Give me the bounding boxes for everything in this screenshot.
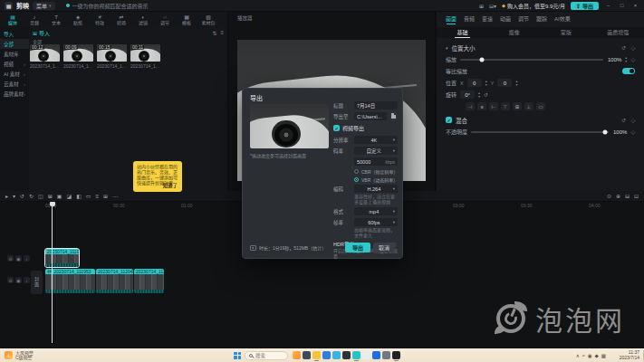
taskbar-app-icon[interactable] <box>312 349 322 361</box>
align-icon[interactable]: ⊞ <box>513 102 522 110</box>
mute-icon[interactable]: ♪ <box>24 255 30 262</box>
sidebar-item[interactable]: 云素材 › <box>0 79 29 89</box>
tray-icon[interactable]: ◆ <box>595 353 599 358</box>
rotate-input[interactable]: 0° <box>460 90 475 99</box>
tray-icon[interactable]: ∧ <box>576 353 580 358</box>
ribbon-tab[interactable]: ▤ 媒体 <box>2 14 24 25</box>
close-button[interactable]: × <box>631 3 639 8</box>
inspector-subtab[interactable]: 蒙版 <box>541 27 592 38</box>
inspector-subtab[interactable]: 画质增强 <box>592 27 644 38</box>
layout-icon[interactable]: ⊞ <box>479 3 484 9</box>
taskbar-app-icon[interactable] <box>332 349 341 361</box>
position-x-input[interactable]: 0 <box>467 79 482 87</box>
ribbon-tab[interactable]: ◈ 贴纸 <box>67 14 89 25</box>
taskbar-app-icon[interactable] <box>381 349 391 361</box>
keyframe-icon[interactable]: ◇ <box>630 56 635 62</box>
align-icon[interactable]: ⊢ <box>489 102 498 110</box>
ribbon-tab[interactable]: ⇄ 转场 <box>111 14 132 25</box>
resolution-select[interactable]: 4K▾ <box>354 136 398 144</box>
scale-stepper[interactable]: ▴▾ <box>625 56 627 62</box>
scale-slider[interactable] <box>460 59 603 61</box>
ribbon-tab[interactable]: ♪ 音频 <box>24 14 45 25</box>
media-clip[interactable]: 00:09 20230714_112048.mp4 <box>63 44 93 69</box>
ribbon-tab[interactable]: ▦ 模板 <box>176 14 197 25</box>
menu-button[interactable]: 菜单 ▾ <box>33 2 55 10</box>
inspector-tab[interactable]: AI效果 <box>554 14 571 23</box>
cover-button[interactable]: 封面 <box>31 271 43 294</box>
align-icon[interactable]: ▭ <box>536 102 545 110</box>
cbr-radio-row[interactable]: CBR（恒定码率） <box>333 168 398 175</box>
sidebar-item[interactable]: 导入 <box>0 29 29 39</box>
inspector-tab[interactable]: 画面 <box>446 14 457 23</box>
taskbar-app-icon[interactable] <box>292 349 302 361</box>
vip-banner[interactable]: ◆ 购入会员，低至9.9元/月 <box>502 2 565 10</box>
sidebar-item[interactable]: AI 素材 › <box>0 69 29 79</box>
reverse-icon[interactable]: ◪ <box>66 193 72 199</box>
taskbar-app-icon[interactable] <box>322 349 332 361</box>
path-input[interactable]: C:\Users\Wu\Videos\… <box>354 112 387 120</box>
browse-folder-button[interactable] <box>389 112 398 120</box>
taskbar-app-icon[interactable] <box>341 349 351 361</box>
dialog-cancel-button[interactable]: 取消 <box>373 243 395 252</box>
grid-icon[interactable]: ⊞ <box>103 193 108 199</box>
freeze-icon[interactable]: ▣ <box>57 193 62 199</box>
workspace-icon[interactable]: ⊟▾ <box>489 3 496 9</box>
format-select[interactable]: mp4▾ <box>354 207 398 215</box>
sidebar-item[interactable]: 视频 › <box>0 59 29 69</box>
bitrate-mode-select[interactable]: 自定义▾ <box>354 147 398 155</box>
inspector-tab[interactable]: 动画 <box>500 14 511 23</box>
sidebar-item[interactable]: 全部 <box>0 39 29 49</box>
redo-icon[interactable]: ↻ <box>29 193 34 199</box>
dialog-export-button[interactable]: 导出 <box>345 243 370 252</box>
visibility-icon[interactable]: ◉ <box>15 277 22 283</box>
taskbar-app-icon[interactable] <box>351 349 361 361</box>
position-y-input[interactable]: 0 <box>497 79 512 87</box>
align-icon[interactable]: ⊥ <box>524 102 533 110</box>
uniform-scale-toggle[interactable] <box>622 68 635 74</box>
align-icon[interactable]: ⊣ <box>466 102 475 110</box>
ribbon-tab[interactable]: ☀ 特效 <box>89 14 111 25</box>
timeline-tool-icon[interactable]: ▸ <box>5 193 8 199</box>
sidebar-item[interactable]: 品牌素材 › <box>0 89 29 99</box>
sidebar-item[interactable]: 素材库 <box>0 49 29 59</box>
tray-icon[interactable]: ≈ <box>582 353 585 358</box>
list-view-icon[interactable]: ≡ <box>220 30 224 36</box>
timeline-clip[interactable]: 20230714_112048 <box>96 269 133 293</box>
opacity-slider[interactable] <box>471 131 609 133</box>
reset-icon[interactable]: ↺ <box>621 44 626 51</box>
name-input[interactable]: 7月14日 <box>354 101 398 110</box>
more-icon[interactable]: ⋯ <box>112 193 118 199</box>
timeline-view-icon[interactable]: ⊟ <box>625 193 630 199</box>
reset-icon[interactable]: ↺ <box>484 91 488 98</box>
visibility-icon[interactable]: ◉ <box>15 255 22 262</box>
timeline-view-icon[interactable]: ⊕ <box>616 193 620 199</box>
taskbar-clock[interactable]: 11:37 2023/7/14 <box>620 350 639 360</box>
delete-icon[interactable]: ⊠ <box>48 193 53 199</box>
timeline-clip-selected[interactable]: 20230714_111953.mp4 <box>45 249 79 267</box>
export-button[interactable]: ⇪ 导出 <box>571 2 599 10</box>
undo-icon[interactable]: ↺ <box>20 193 24 199</box>
inspector-subtab[interactable]: 抠像 <box>488 27 540 38</box>
keyframe-icon[interactable]: ◇ <box>630 129 635 135</box>
taskbar-weather[interactable]: ⚠ 大风预警 C级预警 <box>0 351 34 360</box>
export-preview[interactable] <box>250 104 329 148</box>
taskbar-app-icon[interactable] <box>391 349 401 361</box>
taskbar-search[interactable]: 搜索 <box>245 351 288 360</box>
media-clip[interactable]: 00:15 20230714_112233.mp4 <box>97 44 127 69</box>
blend-section[interactable]: ✓ 混合 ↺ ◇ <box>437 114 644 126</box>
align-icon[interactable]: ≡ <box>477 102 486 110</box>
tray-icon[interactable]: ▦ <box>601 353 606 358</box>
position-size-section[interactable]: ▾ 位置大小 ↺ ◇ <box>437 42 644 53</box>
maximize-button[interactable]: □ <box>618 3 626 8</box>
tracks-icon[interactable]: ≡ <box>95 194 99 199</box>
bitrate-value-input[interactable]: 50000kbps <box>354 157 398 166</box>
ribbon-tab[interactable]: T 文本 <box>45 14 67 25</box>
keyframe-icon[interactable]: ◇ <box>630 117 635 123</box>
timeline-view-icon[interactable]: ⊡ <box>634 193 639 199</box>
ribbon-tab[interactable]: ◐ 滤镜 <box>132 14 154 25</box>
crop-icon[interactable]: ▭ <box>86 193 91 199</box>
codec-select[interactable]: H.264▾ <box>354 185 398 193</box>
media-clip[interactable]: 00:12 20230714_111953.mp4 <box>30 44 60 69</box>
inspector-tab[interactable]: 跟踪 <box>536 14 547 23</box>
tooltip-dismiss-button[interactable]: 知道了 <box>162 182 178 189</box>
